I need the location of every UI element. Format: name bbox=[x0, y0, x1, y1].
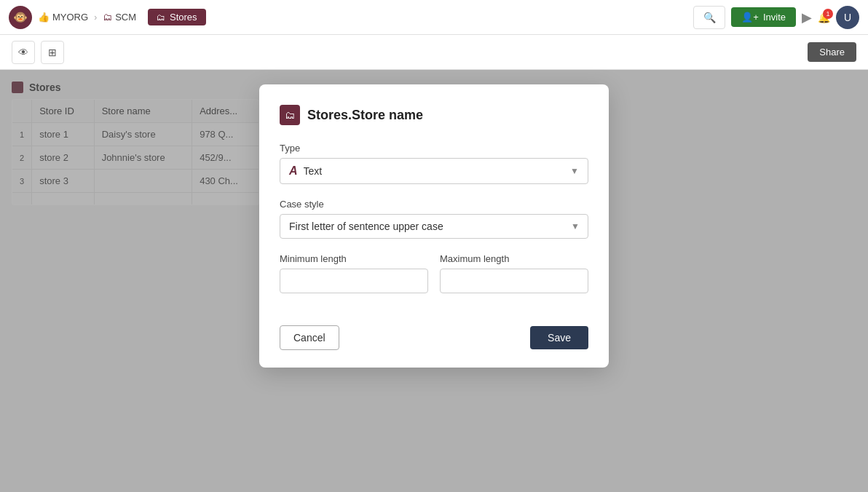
sub-toolbar: 👁 ⊞ Share bbox=[0, 35, 868, 70]
share-label: Share bbox=[819, 47, 845, 57]
max-length-group: Maximum length bbox=[440, 253, 588, 293]
min-length-label: Minimum length bbox=[280, 253, 428, 264]
youtube-icon: ▶ bbox=[802, 9, 812, 25]
navbar: 🐵 👍 MYORG › 🗂 SCM 🗂 Stores 🔍 👤+ Invite ▶… bbox=[0, 0, 868, 35]
scm-label: SCM bbox=[115, 12, 136, 23]
cancel-label: Cancel bbox=[293, 332, 326, 344]
modal-icon: 🗂 bbox=[280, 105, 300, 125]
invite-label: Invite bbox=[763, 12, 786, 23]
app-avatar: 🐵 bbox=[9, 6, 32, 29]
min-length-input[interactable] bbox=[280, 269, 428, 293]
invite-icon: 👤+ bbox=[741, 12, 759, 23]
type-select-wrapper: A Text Number Date Boolean ▼ bbox=[280, 158, 588, 184]
type-field-group: Type A Text Number Date Boolean ▼ bbox=[280, 143, 588, 184]
max-length-input[interactable] bbox=[440, 269, 588, 293]
modal-overlay: 🗂 Stores.Store name Type A Text Number D… bbox=[0, 70, 868, 492]
modal-header: 🗂 Stores.Store name bbox=[280, 105, 588, 125]
case-style-field-group: Case style First letter of sentence uppe… bbox=[280, 199, 588, 239]
main-content: Stores Store ID Store name Addres... 1 s… bbox=[0, 70, 868, 492]
case-style-label: Case style bbox=[280, 199, 588, 210]
cancel-button[interactable]: Cancel bbox=[280, 325, 339, 350]
stores-tab-icon: 🗂 bbox=[157, 12, 165, 23]
max-length-label: Maximum length bbox=[440, 253, 588, 264]
eye-icon: 👁 bbox=[18, 47, 28, 58]
modal-title: Stores.Store name bbox=[307, 108, 423, 123]
min-length-group: Minimum length bbox=[280, 253, 428, 293]
user-avatar[interactable]: U bbox=[836, 6, 859, 29]
org-section: 👍 MYORG bbox=[38, 12, 88, 23]
type-text-icon: A bbox=[289, 164, 298, 178]
modal-footer: Cancel Save bbox=[280, 325, 588, 350]
notification-bell[interactable]: 🔔 1 bbox=[818, 12, 830, 23]
type-select[interactable]: Text Number Date Boolean bbox=[304, 159, 579, 183]
save-label: Save bbox=[548, 332, 571, 344]
modal-dialog: 🗂 Stores.Store name Type A Text Number D… bbox=[259, 84, 609, 368]
view-toggle-button[interactable]: 👁 bbox=[12, 41, 35, 64]
notification-badge: 1 bbox=[823, 9, 833, 19]
grid-icon: ⊞ bbox=[48, 47, 57, 58]
grid-view-button[interactable]: ⊞ bbox=[41, 41, 64, 64]
share-button[interactable]: Share bbox=[808, 42, 856, 62]
stores-tab[interactable]: 🗂 Stores bbox=[148, 9, 206, 25]
invite-button[interactable]: 👤+ Invite bbox=[731, 7, 796, 27]
case-style-select[interactable]: First letter of sentence upper case All … bbox=[280, 214, 588, 239]
length-fields-row: Minimum length Maximum length bbox=[280, 253, 588, 308]
save-button[interactable]: Save bbox=[530, 326, 588, 349]
search-icon: 🔍 bbox=[703, 12, 716, 23]
search-button[interactable]: 🔍 bbox=[693, 6, 725, 29]
scm-icon: 🗂 bbox=[103, 12, 112, 23]
chevron-icon: › bbox=[94, 12, 97, 23]
case-style-select-wrapper: First letter of sentence upper case All … bbox=[280, 214, 588, 239]
stores-tab-label: Stores bbox=[170, 12, 197, 23]
scm-section: 🗂 SCM bbox=[103, 12, 136, 23]
type-label: Type bbox=[280, 143, 588, 154]
org-label: MYORG bbox=[52, 12, 88, 23]
thumb-icon: 👍 bbox=[38, 12, 50, 23]
